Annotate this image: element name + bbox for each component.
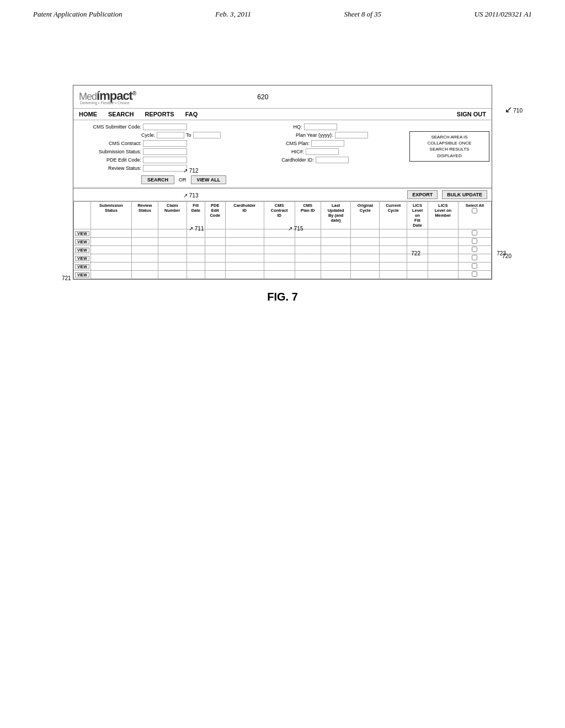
hic-label: HIC#: (291, 149, 304, 154)
nav-faq[interactable]: FAQ (185, 111, 198, 117)
table-row: VIEW (74, 263, 492, 271)
review-status-label: Review Status: (78, 165, 141, 171)
callout-721: 721 (62, 275, 71, 281)
col-header-fill-date: FillDate (186, 202, 205, 229)
search-button[interactable]: SEARCH (141, 175, 174, 184)
cms-plan-label: CMS Plan: (286, 141, 310, 146)
export-button[interactable]: EXPORT (407, 190, 438, 199)
cardholder-id-label: Cardholder ID: (281, 157, 314, 163)
cms-submitter-label: CMS Submitter Code: (78, 124, 141, 130)
col-header-select-all: Select All (458, 202, 491, 229)
bulk-update-button[interactable]: BULK UPDATE (442, 190, 487, 199)
callout-620: 620 (257, 93, 268, 101)
or-text: OR (179, 177, 186, 183)
logo-tagline: Delivering • Flexible • Choice (80, 101, 136, 105)
review-status-input[interactable] (143, 165, 187, 172)
col-header-original-cycle: OriginalCycle (351, 202, 380, 229)
header-right: US 2011/029321 A1 (475, 10, 532, 19)
logo: Medímpact® Delivering • Flexible • Choic… (79, 89, 136, 105)
view-button-3[interactable]: VIEW (75, 248, 89, 253)
callout-713: ↗ 713 (183, 192, 198, 199)
row-checkbox-3[interactable] (472, 247, 477, 252)
col-header-current-cycle: CurrentCycle (380, 202, 407, 229)
hq-label: HQ: (294, 124, 302, 130)
plan-year-input[interactable] (335, 132, 368, 138)
view-button-2[interactable]: VIEW (75, 239, 89, 244)
table-row: VIEW (74, 238, 492, 246)
submission-status-input[interactable] (143, 148, 187, 155)
search-area-annotation: SEARCH AREA ISCOLLAPSIBLE ONCESEARCH RES… (409, 131, 489, 162)
table-row: VIEW (74, 229, 492, 238)
row-checkbox-1[interactable] (472, 230, 477, 235)
col-header-cms-plan-id: CMSPlan ID (295, 202, 321, 229)
col-header-last-updated: LastUpdatedBy (anddate) (321, 202, 350, 229)
col-header-cardholder-id: CardholderID (225, 202, 264, 229)
row-checkbox-4[interactable] (472, 255, 477, 260)
cms-submitter-input[interactable] (143, 124, 187, 130)
col-header-lics-level-member: LICSLevel onMember (428, 202, 458, 229)
pde-edit-code-label: PDE Edit Code: (78, 157, 141, 163)
nav-reports[interactable]: REPORTS (145, 111, 174, 117)
col-header-cms-contract-id: CMSContractID (264, 202, 295, 229)
callout-715: ↗ 715 (288, 226, 303, 232)
col-header-submission-status: SubmissionStatus (90, 202, 131, 229)
col-header-pde-edit-code: PDEEditCode (205, 202, 225, 229)
header-left: Patent Application Publication (33, 10, 122, 19)
row-checkbox-5[interactable] (472, 263, 477, 269)
view-button-4[interactable]: VIEW (75, 256, 89, 261)
cms-contract-input[interactable] (143, 140, 187, 147)
cardholder-id-input[interactable] (316, 157, 349, 163)
cycle-to-input[interactable] (193, 132, 221, 138)
cycle-from-input[interactable] (157, 132, 184, 138)
submission-status-label: Submission Status: (78, 149, 141, 154)
nav-signout[interactable]: SIGN OUT (457, 111, 486, 117)
application-ui: Medímpact® Delivering • Flexible • Choic… (73, 85, 492, 280)
callout-711: ↗ 711 (189, 226, 204, 232)
cms-plan-input[interactable] (311, 140, 344, 147)
view-button-5[interactable]: VIEW (75, 264, 89, 269)
to-label: To (186, 132, 191, 138)
select-all-checkbox[interactable] (472, 208, 477, 213)
view-button-1[interactable]: VIEW (75, 231, 89, 236)
row-checkbox-6[interactable] (472, 271, 477, 277)
page-header: Patent Application Publication Feb. 3, 2… (0, 0, 565, 19)
col-header-lics-level-fill: LICSLevelonFillDate (407, 202, 428, 229)
logo-reg: ® (132, 90, 136, 97)
view-button-6[interactable]: VIEW (75, 272, 89, 277)
logo-med: Med (79, 91, 97, 102)
row-checkbox-2[interactable] (472, 238, 477, 244)
results-table: SubmissionStatus ReviewStatus ClaimNumbe… (73, 201, 492, 279)
nav-home[interactable]: HOME (79, 111, 97, 117)
table-row: VIEW (74, 271, 492, 279)
callout-723: 723 (497, 250, 506, 256)
logo-bar: Medímpact® Delivering • Flexible • Choic… (73, 85, 492, 109)
main-content: Medímpact® Delivering • Flexible • Choic… (0, 19, 565, 303)
search-area: CMS Submitter Code: HQ: Cycle: To (73, 120, 492, 188)
col-header-view (74, 202, 91, 229)
callout-712: ↗ 712 (183, 168, 198, 174)
col-header-review-status: ReviewStatus (131, 202, 158, 229)
callout-722: 722 (411, 250, 420, 256)
cycle-label: Cycle: (141, 132, 155, 138)
plan-year-label: Plan Year (yyyy): (296, 132, 333, 138)
pde-edit-code-input[interactable] (143, 157, 187, 163)
hic-input[interactable] (306, 148, 339, 155)
table-row: VIEW (74, 246, 492, 254)
table-row: VIEW (74, 254, 492, 263)
header-sheet: Sheet 8 of 35 (344, 10, 382, 19)
callout-710: ↙ 710 (505, 104, 523, 115)
nav-search[interactable]: SEARCH (108, 111, 134, 117)
col-header-claim-number: ClaimNumber (158, 202, 186, 229)
cms-contract-label: CMS Contract: (78, 141, 141, 146)
nav-bar: HOME SEARCH REPORTS FAQ SIGN OUT (73, 109, 492, 120)
header-center: Feb. 3, 2011 (215, 10, 251, 19)
hq-input[interactable] (304, 124, 337, 130)
action-bar: EXPORT BULK UPDATE (73, 188, 492, 201)
view-all-button[interactable]: VIEW ALL (191, 175, 227, 184)
fig-label: FIG. 7 (267, 291, 298, 303)
